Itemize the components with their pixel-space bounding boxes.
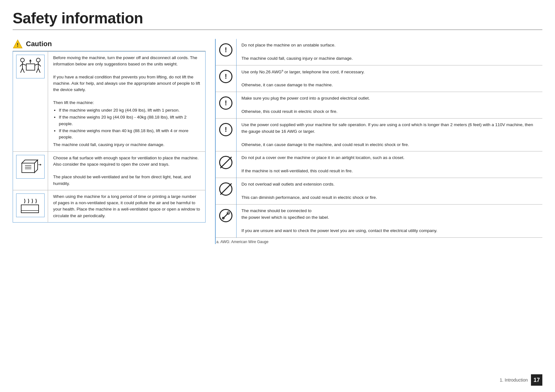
wrench-icon [219, 209, 232, 222]
right-table: ! Do not place the machine on an unstabl… [216, 39, 542, 238]
svg-point-8 [36, 58, 40, 62]
warn-text-2: Use only No.26 AWGa or larger, telephone… [236, 65, 542, 92]
caution-icon: ! [13, 39, 23, 49]
no-para-1a: Do not put a cover over the machine or p… [242, 155, 538, 161]
page-container: Safety information ! Caution [0, 0, 555, 263]
table-row: The machine should be connected to the p… [216, 205, 542, 238]
warn-para-4b: Otherwise, it can cause damage to the ma… [242, 142, 538, 148]
svg-rect-19 [22, 163, 34, 173]
table-row: Do not put a cover over the machine or p… [216, 151, 542, 178]
svg-rect-28 [21, 211, 39, 213]
svg-marker-26 [40, 164, 41, 166]
wrench-para-3: If you are unsure and want to check the … [242, 228, 538, 234]
lift-icon [16, 55, 45, 78]
wrench-para-2: the power level which is specified on th… [242, 214, 538, 221]
svg-line-7 [22, 68, 24, 73]
svg-text:!: ! [17, 42, 18, 48]
lift-para-4: The machine could fall, causing injury o… [53, 142, 200, 148]
main-content: ! Caution [13, 39, 542, 244]
warning-icon-3: ! [219, 96, 232, 110]
lift-bullet-list: If the machine weighs under 20 kg (44.09… [59, 107, 200, 140]
box-icon [16, 155, 45, 179]
svg-line-11 [35, 64, 38, 65]
warn-para-3b: Otherwise, this could result in electric… [242, 108, 538, 115]
svg-line-4 [20, 64, 22, 66]
no-text-2: Do not overload wall outlets and extensi… [236, 178, 542, 205]
heat-text-cell: When using the machine for a long period… [48, 190, 206, 222]
list-item: If the machine weighs 20 kg (44.09 lbs) … [59, 114, 200, 127]
warn-para-1a: Do not place the machine on an unstable … [242, 42, 538, 49]
warning-icon-1: ! [219, 43, 232, 57]
left-column: ! Caution [13, 39, 215, 244]
warn-para-4a: Use the power cord supplied with your ma… [242, 122, 538, 135]
table-row: ! Use the power cord supplied with your … [216, 118, 542, 151]
svg-line-5 [22, 64, 26, 65]
page-title: Safety information [13, 9, 542, 27]
table-row: ! Do not place the machine on an unstabl… [216, 39, 542, 65]
no-icon-1 [219, 156, 232, 169]
no-para-1b: If the machine is not well-ventilated, t… [242, 168, 538, 175]
no-icon-cell-2 [216, 178, 236, 205]
svg-line-13 [38, 68, 40, 73]
svg-marker-18 [29, 59, 32, 61]
wrench-para-1: The machine should be connected to [242, 208, 538, 214]
warn-text-4: Use the power cord supplied with your ma… [236, 118, 542, 151]
warn-icon-cell-1: ! [216, 39, 236, 65]
svg-line-10 [38, 64, 41, 66]
ventilation-para-1: Choose a flat surface with enough space … [53, 155, 200, 168]
table-row: When using the machine for a long period… [13, 190, 206, 222]
svg-marker-21 [34, 160, 38, 173]
caution-label: Caution [26, 40, 52, 48]
title-divider [13, 29, 542, 30]
warning-icon-4: ! [219, 123, 232, 136]
warn-icon-cell-4: ! [216, 118, 236, 151]
warn-icon-cell-2: ! [216, 65, 236, 92]
warn-icon-cell-3: ! [216, 92, 236, 119]
box-icon-cell [13, 151, 48, 190]
lift-para-2: If you have a medical condition that pre… [53, 74, 200, 93]
svg-rect-27 [21, 205, 39, 213]
heat-para: When using the machine for a long period… [53, 193, 200, 219]
wrench-text: The machine should be connected to the p… [236, 205, 542, 238]
heat-icon-cell [13, 190, 48, 222]
warn-para-2b: Otherwise, it can cause damage to the ma… [242, 82, 538, 89]
no-icon-2 [219, 182, 232, 196]
table-row: ! Use only No.26 AWGa or larger, telepho… [216, 65, 542, 92]
svg-rect-14 [26, 64, 35, 70]
warn-para-2a: Use only No.26 AWGa or larger, telephone… [242, 69, 538, 75]
lift-icon-cell [13, 52, 48, 152]
no-text-1: Do not put a cover over the machine or p… [236, 151, 542, 178]
ventilation-para-2: The place should be well-ventilated and … [53, 174, 200, 187]
warning-icon-2: ! [219, 70, 232, 83]
table-row: Before moving the machine, turn the powe… [13, 52, 206, 152]
table-row: Do not overload wall outlets and extensi… [216, 178, 542, 205]
footnote: a. AWG: American Wire Gauge [216, 240, 542, 244]
page-number-area: 1. Introduction 17 [500, 374, 542, 386]
svg-line-12 [36, 68, 38, 73]
list-item: If the machine weighs under 20 kg (44.09… [59, 107, 200, 113]
list-item: If the machine weighs more than 40 kg (8… [59, 128, 200, 141]
svg-line-6 [21, 68, 22, 73]
warn-para-1b: The machine could fall, causing injury o… [242, 55, 538, 62]
svg-point-2 [21, 58, 24, 62]
ventilation-text-cell: Choose a flat surface with enough space … [48, 151, 206, 190]
table-row: Choose a flat surface with enough space … [13, 151, 206, 190]
warn-text-3: Make sure you plug the power cord into a… [236, 92, 542, 119]
right-column: ! Do not place the machine on an unstabl… [215, 39, 542, 244]
no-para-2b: This can diminish performance, and could… [242, 194, 538, 201]
no-para-2a: Do not overload wall outlets and extensi… [242, 181, 538, 188]
caution-header: ! Caution [13, 39, 206, 49]
lift-para-3: Then lift the machine: [53, 100, 200, 106]
no-icon-cell-1 [216, 151, 236, 178]
wrench-icon-cell [216, 205, 236, 238]
page-number-box: 17 [531, 374, 542, 386]
left-table: Before moving the machine, turn the powe… [13, 51, 206, 223]
heat-icon [16, 193, 45, 217]
warn-para-3a: Make sure you plug the power cord into a… [242, 95, 538, 102]
lift-para-1: Before moving the machine, turn the powe… [53, 55, 200, 68]
warn-text-1: Do not place the machine on an unstable … [236, 39, 542, 65]
page-label: 1. Introduction [500, 377, 528, 383]
table-row: ! Make sure you plug the power cord into… [216, 92, 542, 119]
lift-text-cell: Before moving the machine, turn the powe… [48, 52, 206, 152]
